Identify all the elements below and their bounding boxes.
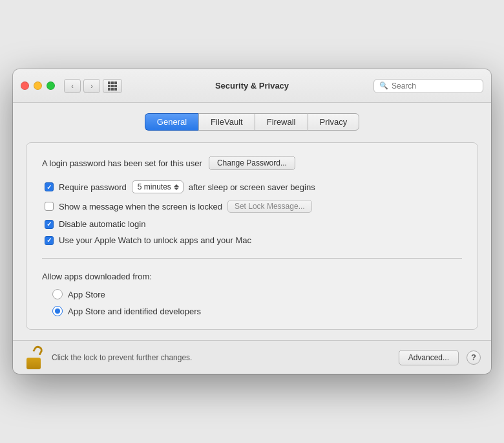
radio-group: App Store App Store and identified devel… — [52, 289, 462, 316]
allow-apps-section: Allow apps downloaded from: App Store Ap… — [42, 272, 462, 316]
search-input[interactable] — [392, 81, 478, 91]
tab-firewall[interactable]: Firewall — [255, 113, 308, 131]
window: ‹ › Security & Privacy 🔍 General FileVau… — [13, 69, 491, 374]
show-message-checkbox[interactable] — [45, 202, 54, 211]
settings-panel: A login password has been set for this u… — [26, 142, 478, 330]
require-password-row: Require password 5 minutes after sleep o… — [45, 180, 462, 193]
titlebar: ‹ › Security & Privacy 🔍 — [13, 69, 491, 103]
apple-watch-label: Use your Apple Watch to unlock apps and … — [59, 235, 251, 245]
radio-app-store-button[interactable] — [52, 289, 63, 299]
grid-view-button[interactable] — [103, 79, 122, 93]
maximize-button[interactable] — [47, 81, 55, 90]
tab-privacy[interactable]: Privacy — [308, 113, 360, 131]
allow-apps-label: Allow apps downloaded from: — [42, 272, 462, 281]
show-message-row: Show a message when the screen is locked… — [45, 200, 462, 213]
radio-app-store-identified[interactable]: App Store and identified developers — [52, 306, 462, 316]
lock-icon[interactable] — [23, 346, 44, 369]
help-button[interactable]: ? — [467, 351, 481, 365]
tabs: General FileVault Firewall Privacy — [26, 113, 478, 131]
dropdown-arrow-icon — [174, 184, 179, 190]
radio-app-store-identified-label: App Store and identified developers — [68, 307, 201, 316]
minimize-button[interactable] — [34, 81, 42, 90]
nav-buttons: ‹ › — [64, 79, 100, 93]
traffic-lights — [21, 81, 55, 90]
tab-filevault[interactable]: FileVault — [198, 113, 255, 131]
set-lock-message-button[interactable]: Set Lock Message... — [227, 200, 312, 213]
disable-auto-login-row: Disable automatic login — [45, 219, 462, 229]
window-title: Security & Privacy — [215, 81, 289, 91]
tab-general[interactable]: General — [145, 113, 198, 131]
search-box[interactable]: 🔍 — [373, 79, 483, 93]
apple-watch-checkbox[interactable] — [45, 236, 54, 245]
content: General FileVault Firewall Privacy A log… — [13, 103, 491, 340]
lock-body — [26, 358, 41, 369]
show-message-label: Show a message when the screen is locked — [59, 202, 222, 211]
radio-app-store-label: App Store — [68, 290, 105, 299]
grid-icon — [108, 81, 117, 91]
advanced-button[interactable]: Advanced... — [399, 350, 459, 365]
forward-button[interactable]: › — [83, 79, 100, 93]
radio-app-store[interactable]: App Store — [52, 289, 462, 299]
section-divider — [42, 258, 462, 259]
dropdown-value: 5 minutes — [138, 182, 171, 191]
password-section: A login password has been set for this u… — [42, 156, 462, 245]
lock-status-text: Click the lock to prevent further change… — [52, 353, 391, 362]
disable-auto-login-label: Disable automatic login — [59, 219, 145, 229]
close-button[interactable] — [21, 81, 29, 90]
require-password-label-after: after sleep or screen saver begins — [189, 182, 315, 192]
password-timeout-dropdown[interactable]: 5 minutes — [132, 180, 184, 193]
options-list: Require password 5 minutes after sleep o… — [45, 180, 462, 245]
apple-watch-row: Use your Apple Watch to unlock apps and … — [45, 235, 462, 245]
search-icon: 🔍 — [379, 81, 388, 90]
radio-app-store-identified-button[interactable] — [52, 306, 63, 316]
require-password-label-before: Require password — [59, 182, 127, 192]
back-button[interactable]: ‹ — [64, 79, 81, 93]
lock-shackle — [32, 344, 44, 355]
footer: Click the lock to prevent further change… — [13, 340, 491, 374]
login-password-row: A login password has been set for this u… — [42, 156, 462, 170]
disable-auto-login-checkbox[interactable] — [45, 220, 54, 229]
require-password-checkbox[interactable] — [45, 182, 54, 191]
change-password-button[interactable]: Change Password... — [209, 156, 295, 170]
login-password-label: A login password has been set for this u… — [42, 158, 202, 168]
